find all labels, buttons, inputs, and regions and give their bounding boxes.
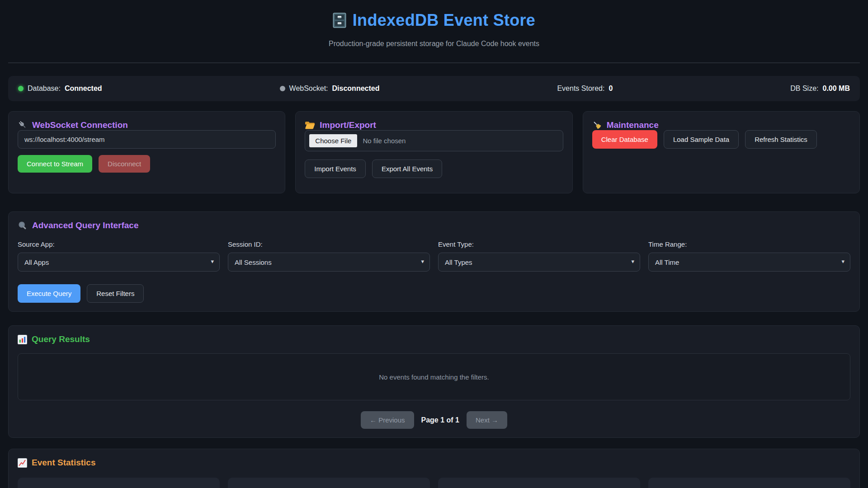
page-title-text: IndexedDB Event Store [353, 11, 535, 30]
query-actions: Execute Query Reset Filters [18, 284, 850, 303]
maintenance-card: Maintenance Clear Database Load Sample D… [583, 111, 860, 193]
time-range-filter: Time Range: All Time ▾ [648, 240, 850, 272]
top-cards-row: WebSocket Connection Connect to Stream D… [8, 111, 860, 193]
import-file-input[interactable]: Choose File No file chosen [305, 130, 563, 151]
execute-query-button[interactable]: Execute Query [18, 284, 80, 303]
database-status-label: Database: [28, 84, 61, 93]
database-status-dot-icon [18, 86, 24, 91]
linechart-icon [18, 458, 27, 468]
source-app-select-wrap: All Apps ▾ [18, 253, 220, 272]
event-type-label: Event Type: [438, 240, 640, 248]
plug-icon [18, 120, 28, 130]
session-id-select-wrap: All Sessions ▾ [228, 253, 430, 272]
maintenance-card-title-text: Maintenance [607, 120, 659, 130]
stat-card: 0 [648, 478, 850, 488]
event-type-select[interactable]: All Types [438, 253, 640, 272]
maintenance-card-title: Maintenance [592, 120, 850, 130]
app-header: IndexedDB Event Store Production-grade p… [8, 0, 860, 63]
status-bar: Database: Connected WebSocket: Disconnec… [8, 76, 860, 101]
event-type-select-wrap: All Types ▾ [438, 253, 640, 272]
advanced-query-title: Advanced Query Interface [18, 221, 850, 230]
import-events-button[interactable]: Import Events [305, 160, 366, 178]
db-size-label: DB Size: [790, 84, 818, 93]
websocket-status: WebSocket: Disconnected [280, 84, 380, 93]
session-id-filter: Session ID: All Sessions ▾ [228, 240, 430, 272]
websocket-buttons: Connect to Stream Disconnect [18, 155, 276, 173]
events-stored-status: Events Stored: 0 [557, 84, 613, 93]
websocket-connection-card: WebSocket Connection Connect to Stream D… [8, 111, 285, 193]
events-stored-value: 0 [609, 84, 613, 93]
stat-card: 0 [438, 478, 640, 488]
websocket-status-label: WebSocket: [289, 84, 328, 93]
broom-icon [592, 120, 602, 130]
events-stored-label: Events Stored: [557, 84, 604, 93]
time-range-select-wrap: All Time ▾ [648, 253, 850, 272]
time-range-select[interactable]: All Time [648, 253, 850, 272]
event-statistics-section: Event Statistics 0 0 0 0 [8, 449, 860, 488]
query-filters: Source App: All Apps ▾ Session ID: All S… [18, 240, 850, 272]
session-id-label: Session ID: [228, 240, 430, 248]
db-size-status: DB Size: 0.00 MB [790, 84, 850, 93]
page-title: IndexedDB Event Store [8, 11, 860, 30]
time-range-label: Time Range: [648, 240, 850, 248]
stats-grid: 0 0 0 0 [18, 478, 850, 488]
query-results-title: Query Results [18, 334, 850, 344]
advanced-query-section: Advanced Query Interface Source App: All… [8, 211, 860, 312]
websocket-status-value: Disconnected [332, 84, 380, 93]
db-size-value: 0.00 MB [823, 84, 850, 93]
event-statistics-title: Event Statistics [18, 458, 850, 468]
advanced-query-title-text: Advanced Query Interface [32, 221, 138, 230]
session-id-select[interactable]: All Sessions [228, 253, 430, 272]
stat-card: 0 [18, 478, 220, 488]
folder-icon [305, 121, 315, 130]
load-sample-data-button[interactable]: Load Sample Data [664, 130, 739, 149]
import-export-card: Import/Export Choose File No file chosen… [295, 111, 572, 193]
stat-card: 0 [228, 478, 430, 488]
next-page-button[interactable]: Next → [467, 411, 507, 429]
query-results-title-text: Query Results [32, 334, 90, 344]
websocket-card-title: WebSocket Connection [18, 120, 276, 130]
maintenance-buttons: Clear Database Load Sample Data Refresh … [592, 130, 850, 149]
disconnect-button[interactable]: Disconnect [99, 155, 150, 173]
import-export-buttons: Import Events Export All Events [305, 160, 563, 178]
database-status: Database: Connected [18, 84, 102, 93]
source-app-label: Source App: [18, 240, 220, 248]
choose-file-button[interactable]: Choose File [309, 134, 357, 147]
barchart-icon [18, 335, 27, 344]
empty-results-message: No events found matching the filters. [379, 373, 489, 381]
page-indicator: Page 1 of 1 [421, 416, 459, 424]
file-chosen-status: No file chosen [363, 137, 406, 145]
pagination: ← Previous Page 1 of 1 Next → [18, 411, 850, 429]
query-results-box: No events found matching the filters. [18, 353, 850, 400]
cabinet-icon [333, 13, 346, 28]
page: IndexedDB Event Store Production-grade p… [0, 0, 868, 488]
magnifier-icon [18, 221, 28, 230]
database-status-value: Connected [65, 84, 102, 93]
import-export-card-title-text: Import/Export [320, 120, 376, 130]
import-export-card-title: Import/Export [305, 120, 563, 130]
connect-to-stream-button[interactable]: Connect to Stream [18, 155, 92, 173]
source-app-select[interactable]: All Apps [18, 253, 220, 272]
event-type-filter: Event Type: All Types ▾ [438, 240, 640, 272]
refresh-statistics-button[interactable]: Refresh Statistics [745, 130, 817, 149]
page-subtitle: Production-grade persistent storage for … [8, 40, 860, 48]
export-all-events-button[interactable]: Export All Events [372, 160, 442, 178]
websocket-url-input[interactable] [18, 130, 276, 149]
websocket-card-title-text: WebSocket Connection [32, 120, 128, 130]
source-app-filter: Source App: All Apps ▾ [18, 240, 220, 272]
websocket-status-dot-icon [280, 86, 285, 91]
reset-filters-button[interactable]: Reset Filters [87, 284, 144, 303]
event-statistics-title-text: Event Statistics [32, 458, 96, 468]
previous-page-button[interactable]: ← Previous [361, 411, 414, 429]
query-results-section: Query Results No events found matching t… [8, 325, 860, 438]
clear-database-button[interactable]: Clear Database [592, 130, 657, 149]
